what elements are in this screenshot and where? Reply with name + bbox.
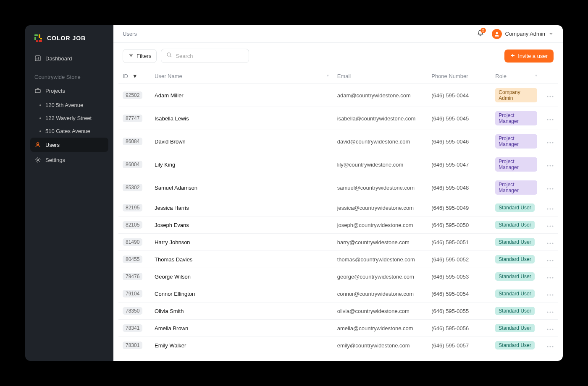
notification-badge: 2 <box>480 28 486 33</box>
user-name: Adam Miller <box>150 84 333 107</box>
table-row[interactable]: 79104Connor Ellingtonconnor@countrywides… <box>118 285 558 303</box>
table-row[interactable]: 85302Samuel Adamsonsamuel@countrywidesto… <box>118 176 558 199</box>
invite-user-button[interactable]: Invite a user <box>504 50 554 63</box>
role-badge: Standard User <box>495 324 534 332</box>
topbar: Users 2 <box>113 25 563 43</box>
role-badge: Standard User <box>495 238 534 246</box>
column-actions <box>541 69 558 84</box>
user-id: 82105 <box>123 221 142 229</box>
user-name: Thomas Davies <box>150 251 333 268</box>
nav-projects[interactable]: Projects <box>30 83 108 98</box>
table-row[interactable]: 86084David Browndavid@countrywidestone.c… <box>118 130 558 153</box>
user-email: lily@countrywidestone.com <box>333 153 428 176</box>
column-email[interactable]: Email <box>333 69 428 84</box>
table-row[interactable]: 82195Jessica Harrisjessica@countrywidest… <box>118 199 558 216</box>
toolbar: Filters Invite a user <box>113 43 563 69</box>
user-name: Joseph Evans <box>150 216 333 234</box>
svg-point-34 <box>552 188 554 189</box>
table-row[interactable]: 80455Thomas Daviesthomas@countrywideston… <box>118 251 558 268</box>
notifications-button[interactable]: 2 <box>477 29 484 39</box>
chevron-down-icon <box>549 30 554 38</box>
table-row[interactable]: 78341Amelia Brownamelia@countrywidestone… <box>118 320 558 337</box>
more-icon <box>547 256 554 263</box>
svg-line-17 <box>170 56 171 57</box>
sidebar-project-item[interactable]: 122 Waverly Street <box>30 112 108 125</box>
row-actions-button[interactable] <box>541 285 558 303</box>
nav-settings[interactable]: Settings <box>30 153 108 167</box>
table-row[interactable]: 79476George Wilsongeorge@countrywideston… <box>118 268 558 285</box>
svg-point-55 <box>552 311 554 313</box>
user-email: isabella@countrywidestone.com <box>333 107 428 130</box>
user-id: 86084 <box>123 138 142 145</box>
user-id: 87747 <box>123 115 142 122</box>
dashboard-icon <box>34 55 41 62</box>
nav-settings-label: Settings <box>45 157 65 163</box>
row-actions-button[interactable] <box>541 303 558 320</box>
nav-dashboard[interactable]: Dashboard <box>30 51 108 65</box>
table-row[interactable]: 87747Isabella Lewisisabella@countrywides… <box>118 107 558 130</box>
user-id: 80455 <box>123 256 142 263</box>
avatar <box>492 29 502 39</box>
svg-point-46 <box>552 260 554 261</box>
column-id[interactable]: ID ▼ <box>118 69 150 84</box>
user-name: Harry Johnson <box>150 234 333 251</box>
svg-point-56 <box>547 329 549 330</box>
row-actions-button[interactable] <box>541 337 558 354</box>
row-actions-button[interactable] <box>541 176 558 199</box>
search-input[interactable] <box>176 53 246 59</box>
user-email: george@countrywidestone.com <box>333 268 428 285</box>
account-menu[interactable]: Company Admin <box>492 29 554 39</box>
column-name[interactable]: User Name ▾ <box>150 69 333 84</box>
role-badge: Company Admin <box>495 88 537 102</box>
svg-rect-9 <box>35 89 40 93</box>
row-actions-button[interactable] <box>541 199 558 216</box>
row-actions-button[interactable] <box>541 320 558 337</box>
user-phone: (646) 595-0048 <box>427 176 491 199</box>
row-actions-button[interactable] <box>541 84 558 107</box>
table-row[interactable]: 92502Adam Milleradam@countrywidestone.co… <box>118 84 558 107</box>
role-badge: Standard User <box>495 341 534 349</box>
row-actions-button[interactable] <box>541 153 558 176</box>
role-badge: Standard User <box>495 290 534 298</box>
row-actions-button[interactable] <box>541 268 558 285</box>
svg-point-43 <box>552 243 554 244</box>
table-row[interactable]: 78350Olivia Smitholivia@countrywidestone… <box>118 303 558 320</box>
sidebar-project-item[interactable]: 510 Gates Avenue <box>30 125 108 138</box>
user-phone: (646) 595-0046 <box>427 130 491 153</box>
svg-point-60 <box>550 346 551 347</box>
role-badge: Standard User <box>495 221 534 229</box>
more-icon <box>547 205 554 211</box>
svg-point-59 <box>547 346 549 347</box>
search-box[interactable] <box>161 49 249 63</box>
user-id: 86004 <box>123 161 142 168</box>
user-email: jessica@countrywidestone.com <box>333 199 428 216</box>
nav-users[interactable]: Users <box>30 138 108 152</box>
svg-point-39 <box>550 225 551 227</box>
svg-point-47 <box>547 277 549 278</box>
user-name: Jessica Harris <box>150 199 333 216</box>
table-row[interactable]: 86004Lily Kinglily@countrywidestone.com(… <box>118 153 558 176</box>
svg-point-50 <box>547 294 549 295</box>
svg-point-31 <box>552 165 554 166</box>
app-window: COLOR JOB Dashboard Countrywide Stone Pr… <box>25 25 563 361</box>
svg-point-57 <box>550 329 551 330</box>
sort-icon: ▾ <box>535 73 537 78</box>
column-role[interactable]: Role ▾ <box>491 69 541 84</box>
table-row[interactable]: 78301Emily Walkeremily@countrywidestone.… <box>118 337 558 354</box>
row-actions-button[interactable] <box>541 107 558 130</box>
row-actions-button[interactable] <box>541 251 558 268</box>
user-name: Lily King <box>150 153 333 176</box>
column-phone[interactable]: Phone Number <box>427 69 491 84</box>
row-actions-button[interactable] <box>541 234 558 251</box>
filter-icon <box>128 52 134 60</box>
filters-button[interactable]: Filters <box>123 49 157 63</box>
user-email: samuel@countrywidestone.com <box>333 176 428 199</box>
role-badge: Standard User <box>495 203 534 212</box>
svg-point-25 <box>552 119 554 120</box>
sidebar-project-item[interactable]: 120 5th Avenue <box>30 99 108 112</box>
table-row[interactable]: 81490Harry Johnsonharry@countrywidestone… <box>118 234 558 251</box>
row-actions-button[interactable] <box>541 216 558 234</box>
breadcrumb: Users <box>123 31 137 37</box>
table-row[interactable]: 82105Joseph Evansjoseph@countrywidestone… <box>118 216 558 234</box>
row-actions-button[interactable] <box>541 130 558 153</box>
